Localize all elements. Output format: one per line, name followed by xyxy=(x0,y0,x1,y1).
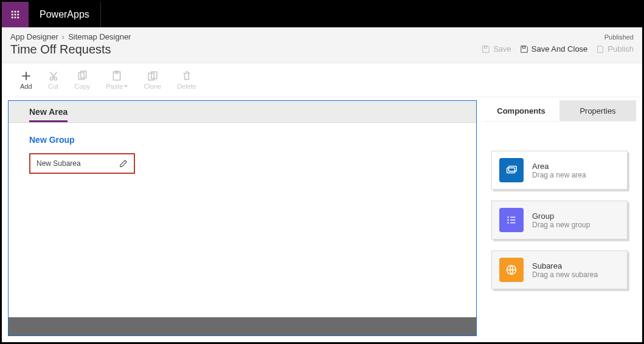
paste-label: Paste xyxy=(106,83,123,90)
plus-icon xyxy=(21,71,32,81)
copy-icon xyxy=(77,71,88,81)
side-panel: Components Properties Area Drag a new ar… xyxy=(483,100,636,336)
canvas-footer xyxy=(9,317,476,335)
component-group[interactable]: Group Drag a new group xyxy=(491,201,628,239)
sitemap-canvas[interactable]: New Area New Group New Subarea xyxy=(8,100,477,336)
svg-rect-20 xyxy=(508,167,516,171)
svg-point-23 xyxy=(507,219,508,221)
publish-status: Published xyxy=(604,33,634,41)
breadcrumb: App Designer › Sitemap Designer xyxy=(10,32,482,41)
delete-button[interactable]: Delete xyxy=(177,71,196,90)
app-name: PowerApps xyxy=(29,2,101,27)
cut-label: Cut xyxy=(48,83,58,90)
waffle-icon xyxy=(11,10,19,19)
workspace: New Area New Group New Subarea Component… xyxy=(2,97,642,342)
scissors-icon xyxy=(48,71,59,81)
component-subarea-sub: Drag a new subarea xyxy=(532,270,598,279)
save-icon xyxy=(482,45,490,53)
svg-rect-10 xyxy=(522,46,525,48)
side-panel-tabs: Components Properties xyxy=(483,100,636,121)
tab-properties[interactable]: Properties xyxy=(559,100,636,121)
paste-button[interactable]: Paste xyxy=(106,71,128,90)
page-title: Time Off Requests xyxy=(10,43,482,57)
subarea-label: New Subarea xyxy=(36,159,81,168)
area-tab[interactable]: New Area xyxy=(29,101,68,122)
subarea-icon xyxy=(499,258,524,282)
svg-rect-5 xyxy=(18,14,19,16)
area-icon xyxy=(499,158,524,182)
group-icon xyxy=(499,208,524,232)
page-header: App Designer › Sitemap Designer Time Off… xyxy=(2,27,642,63)
publish-label: Publish xyxy=(608,44,634,53)
clone-icon xyxy=(147,71,158,81)
svg-rect-9 xyxy=(485,46,487,48)
copy-label: Copy xyxy=(75,83,91,90)
svg-rect-2 xyxy=(18,11,19,13)
breadcrumb-root[interactable]: App Designer xyxy=(10,32,58,41)
component-group-sub: Drag a new group xyxy=(532,221,590,229)
command-toolbar: Add Cut Copy Paste Clone Delete xyxy=(2,63,642,97)
svg-rect-4 xyxy=(15,14,16,16)
group-block: New Group New Subarea xyxy=(9,123,476,186)
component-area-sub: Drag a new area xyxy=(532,171,586,179)
publish-button[interactable]: Publish xyxy=(596,44,634,53)
svg-rect-7 xyxy=(15,17,16,19)
area-tabs-row: New Area xyxy=(9,101,476,123)
save-close-icon xyxy=(520,45,528,53)
components-list: Area Drag a new area Group Drag a new gr… xyxy=(483,121,636,336)
component-subarea[interactable]: Subarea Drag a new subarea xyxy=(491,250,628,289)
svg-point-21 xyxy=(507,216,508,218)
component-area-title: Area xyxy=(532,162,586,171)
group-title[interactable]: New Group xyxy=(29,135,455,145)
global-header: PowerApps xyxy=(2,2,642,27)
svg-rect-1 xyxy=(15,11,16,13)
trash-icon xyxy=(181,71,192,81)
save-and-close-button[interactable]: Save And Close xyxy=(520,44,588,53)
cut-button[interactable]: Cut xyxy=(48,71,59,90)
add-label: Add xyxy=(20,83,32,90)
chevron-down-icon xyxy=(124,85,128,88)
component-subarea-title: Subarea xyxy=(532,261,598,270)
svg-rect-0 xyxy=(12,11,13,13)
component-area[interactable]: Area Drag a new area xyxy=(491,151,628,190)
svg-rect-19 xyxy=(507,168,515,173)
tab-components[interactable]: Components xyxy=(483,100,559,121)
component-group-title: Group xyxy=(532,212,590,221)
subarea-item[interactable]: New Subarea xyxy=(29,153,135,174)
clone-button[interactable]: Clone xyxy=(144,71,161,90)
publish-icon xyxy=(596,45,604,53)
app-launcher-button[interactable] xyxy=(2,2,29,27)
pencil-icon[interactable] xyxy=(119,159,128,168)
add-button[interactable]: Add xyxy=(20,71,32,90)
svg-rect-8 xyxy=(18,17,19,19)
svg-rect-3 xyxy=(12,14,13,16)
save-button[interactable]: Save xyxy=(482,44,511,53)
save-and-close-label: Save And Close xyxy=(531,44,588,53)
clone-label: Clone xyxy=(144,83,161,90)
delete-label: Delete xyxy=(177,83,196,90)
chevron-right-icon: › xyxy=(62,32,64,41)
clipboard-icon xyxy=(111,71,122,81)
svg-rect-6 xyxy=(12,17,13,19)
save-label: Save xyxy=(493,44,511,53)
breadcrumb-current: Sitemap Designer xyxy=(68,32,131,41)
svg-point-25 xyxy=(507,222,508,223)
copy-button[interactable]: Copy xyxy=(75,71,91,90)
